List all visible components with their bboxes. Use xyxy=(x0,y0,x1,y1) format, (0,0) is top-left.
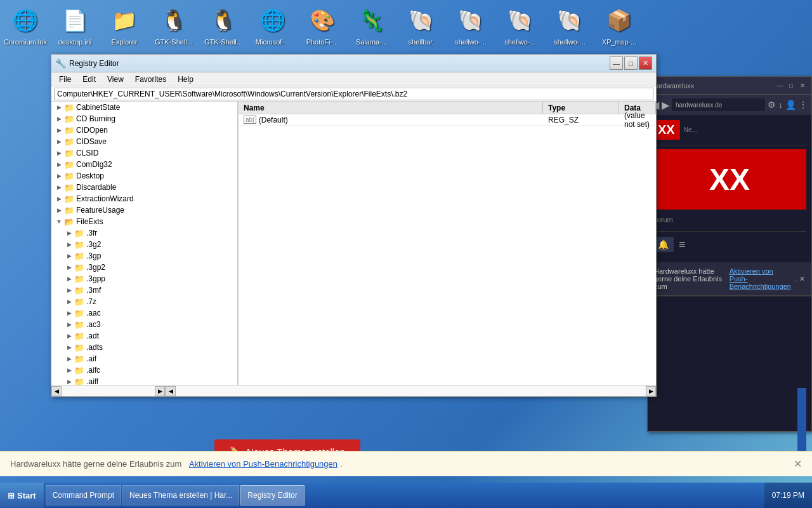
taskbar-item-neues[interactable]: Neues Thema erstellen | Har... xyxy=(122,485,239,505)
tree-item-7z[interactable]: ▶ 📁 .7z xyxy=(51,296,237,307)
browser-notification-bar: Hardwareluxx hätte gerne deine Erlaubnis… xyxy=(648,262,811,296)
menu-edit[interactable]: Edit xyxy=(77,74,101,85)
browser-window-controls: — □ ✕ xyxy=(775,81,808,91)
tree-item-ac3[interactable]: ▶ 📁 .ac3 xyxy=(51,319,237,330)
folder-icon: 📁 xyxy=(64,206,74,215)
bottom-notif-link[interactable]: Aktivieren von Push-Benachrichtigungen xyxy=(189,459,337,469)
tree-item-aif[interactable]: ▶ 📁 .aif xyxy=(51,353,237,364)
registry-minimize-button[interactable]: — xyxy=(610,57,623,70)
tree-label-adt: .adt xyxy=(86,331,99,340)
folder-icon: 📁 xyxy=(74,343,84,352)
desktop-icon-shellwo3[interactable]: 🐚 shellwo-... xyxy=(547,5,593,46)
desktop-icon-photofill[interactable]: 🎨 PhotoFi-... xyxy=(299,5,345,46)
folder-icon: 📁 xyxy=(74,274,84,283)
bottom-notif-close[interactable]: ✕ xyxy=(794,458,802,470)
desktop-icon-shellwo1[interactable]: 🐚 shellwo-... xyxy=(448,5,494,46)
start-icon: ⊞ xyxy=(8,491,15,500)
values-scroll-left[interactable]: ◀ xyxy=(166,386,176,396)
tree-item-3gp2[interactable]: ▶ 📁 .3gp2 xyxy=(51,262,237,273)
taskbar-registry-label: Registry Editor xyxy=(247,491,298,500)
tree-label-cidsave: CIDSave xyxy=(76,137,107,146)
registry-main-content: ▶ 📁 CabinetState ▶ 📁 CD Burning ▶ 📁 CIDO… xyxy=(51,102,656,385)
bottom-notif-text-before: Hardwareluxx hätte gerne deine Erlaubnis… xyxy=(10,459,181,469)
folder-icon: 📁 xyxy=(64,103,74,112)
desktop-icon-microsoft[interactable]: 🌐 Microsof-... xyxy=(250,5,296,46)
start-button[interactable]: ⊞ Start xyxy=(0,483,44,508)
registry-titlebar: 🔧 Registry Editor — □ ✕ xyxy=(51,55,656,72)
tree-label-7z: .7z xyxy=(86,297,96,306)
desktop-icon-explorer[interactable]: 📁 Explorer xyxy=(102,5,147,46)
menu-file[interactable]: File xyxy=(54,74,76,85)
tree-expander: ▶ xyxy=(64,285,74,295)
tree-item-cidopen[interactable]: ▶ 📁 CIDOpen xyxy=(51,124,237,136)
tree-item-featureusage[interactable]: ▶ 📁 FeatureUsage xyxy=(51,204,237,216)
desktop-icon-shellbar[interactable]: 🐚 shellbar. xyxy=(398,5,444,46)
tree-item-3gp[interactable]: ▶ 📁 .3gp xyxy=(51,250,237,262)
tree-item-3gpp[interactable]: ▶ 📁 .3gpp xyxy=(51,273,237,284)
tree-item-desktop[interactable]: ▶ 📁 Desktop xyxy=(51,170,237,182)
browser-close-button[interactable]: ✕ xyxy=(797,81,808,91)
browser-minimize-button[interactable]: — xyxy=(775,81,785,91)
tree-item-adt[interactable]: ▶ 📁 .adt xyxy=(51,330,237,342)
tree-item-discardable[interactable]: ▶ 📁 Discardable xyxy=(51,182,237,193)
desktop-icon-gtk2[interactable]: 🐧 GTK-Shell... xyxy=(200,5,246,46)
desktop-ini-label: desktop.ini xyxy=(58,38,92,46)
tree-item-3fr[interactable]: ▶ 📁 .3fr xyxy=(51,227,237,239)
registry-close-button[interactable]: ✕ xyxy=(639,57,652,70)
taskbar: ⊞ Start Command Prompt Neues Thema erste… xyxy=(0,483,812,508)
tree-item-comdlg32[interactable]: ▶ 📁 ComDlg32 xyxy=(51,159,237,170)
gtk1-label: GTK-Shell... xyxy=(155,38,193,46)
tree-item-3mf[interactable]: ▶ 📁 .3mf xyxy=(51,284,237,296)
folder-icon: 📁 xyxy=(74,297,84,306)
tree-label-cidopen: CIDOpen xyxy=(76,126,108,135)
taskbar-item-registry[interactable]: Registry Editor xyxy=(240,485,304,505)
gtk2-icon: 🐧 xyxy=(208,5,239,36)
tree-label-desktop: Desktop xyxy=(76,171,104,180)
menu-favorites[interactable]: Favorites xyxy=(130,74,171,85)
tree-item-cabinetstate[interactable]: ▶ 📁 CabinetState xyxy=(51,102,237,113)
tree-item-adts[interactable]: ▶ 📁 .adts xyxy=(51,342,237,353)
folder-icon: 📁 xyxy=(64,171,74,180)
tree-expander: ▶ xyxy=(54,171,64,181)
desktop-icon-xp-msp[interactable]: 📦 XP_msp-... xyxy=(596,5,642,46)
registry-window-controls: — □ ✕ xyxy=(610,57,652,70)
bottom-notif-space xyxy=(184,459,187,469)
browser-notif-close[interactable]: ✕ xyxy=(799,275,805,283)
bottom-notif-text-after: . xyxy=(340,459,343,469)
folder-icon: 📁 xyxy=(64,183,74,192)
desktop-icon-gtk1[interactable]: 🐧 GTK-Shell... xyxy=(151,5,197,46)
menu-help[interactable]: Help xyxy=(173,74,199,85)
folder-icon: 📁 xyxy=(74,251,84,260)
desktop-icon-salamander[interactable]: 🦎 Salama-... xyxy=(349,5,395,46)
col-header-type: Type xyxy=(543,102,619,114)
tree-item-clsid[interactable]: ▶ 📁 CLSID xyxy=(51,147,237,159)
tree-item-aac[interactable]: ▶ 📁 .aac xyxy=(51,307,237,319)
tree-item-cdburning[interactable]: ▶ 📁 CD Burning xyxy=(51,113,237,124)
menu-view[interactable]: View xyxy=(102,74,129,85)
values-scroll-right[interactable]: ▶ xyxy=(646,386,656,396)
value-type-icon: ab| xyxy=(244,116,256,124)
tree-scroll-right[interactable]: ▶ xyxy=(155,386,165,396)
desktop-icon-desktop[interactable]: 📄 desktop.ini xyxy=(52,5,98,46)
tree-item-3g2[interactable]: ▶ 📁 .3g2 xyxy=(51,239,237,250)
tree-item-fileexts[interactable]: ▼ 📂 FileExts xyxy=(51,216,237,227)
tree-item-aiff[interactable]: ▶ 📁 .aiff xyxy=(51,376,237,385)
browser-notif-link[interactable]: Aktivieren von Push-Benachrichtigungen xyxy=(730,267,792,290)
taskbar-item-cmd[interactable]: Command Prompt xyxy=(46,485,121,505)
tree-expander: ▶ xyxy=(64,308,74,318)
browser-maximize-button[interactable]: □ xyxy=(786,81,796,91)
registry-maximize-button[interactable]: □ xyxy=(624,57,638,70)
tree-label-cdburning: CD Burning xyxy=(76,114,115,123)
desktop-icon-shellwo2[interactable]: 🐚 shellwo-... xyxy=(497,5,543,46)
gtk2-label: GTK-Shell... xyxy=(204,38,242,46)
folder-icon: 📁 xyxy=(74,331,84,340)
address-input[interactable] xyxy=(54,88,653,100)
tree-scroll-left[interactable]: ◀ xyxy=(51,386,62,396)
tree-expander: ▶ xyxy=(64,342,74,352)
tree-item-aifc[interactable]: ▶ 📁 .aifc xyxy=(51,364,237,376)
value-row-default[interactable]: ab| (Default) REG_SZ (value not set) xyxy=(239,114,656,126)
tree-item-cidsave[interactable]: ▶ 📁 CIDSave xyxy=(51,136,237,147)
tree-expander: ▶ xyxy=(54,125,64,135)
tree-item-extractionwizard[interactable]: ▶ 📁 ExtractionWizard xyxy=(51,193,237,204)
desktop-icon-chromium[interactable]: 🌐 Chromium.lnk xyxy=(3,5,48,46)
